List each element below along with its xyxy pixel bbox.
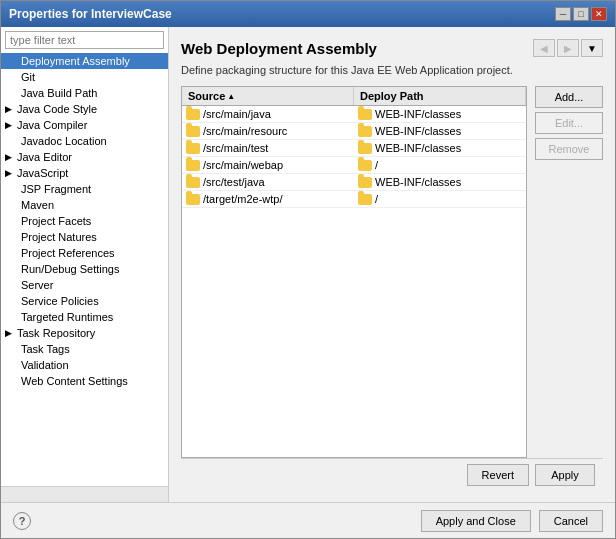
nav-back-button[interactable]: ◀ — [533, 39, 555, 57]
sidebar-item[interactable]: Git — [1, 69, 168, 85]
source-value: /src/main/resourc — [203, 125, 287, 137]
title-bar: Properties for InterviewCase ─ □ ✕ — [1, 1, 615, 27]
nav-forward-button[interactable]: ▶ — [557, 39, 579, 57]
edit-button[interactable]: Edit... — [535, 112, 603, 134]
folder-icon — [358, 143, 372, 154]
main-panel: Web Deployment Assembly ◀ ▶ ▼ Define pac… — [169, 27, 615, 502]
add-button[interactable]: Add... — [535, 86, 603, 108]
folder-icon — [358, 109, 372, 120]
folder-icon — [358, 160, 372, 171]
filter-input[interactable] — [5, 31, 164, 49]
deploy-path-cell: WEB-INF/classes — [354, 106, 526, 122]
source-column-header: Source ▲ — [182, 87, 354, 105]
folder-icon — [358, 126, 372, 137]
deploy-path-cell: / — [354, 191, 526, 207]
sidebar-item[interactable]: ▶JavaScript — [1, 165, 168, 181]
deploy-path-value: WEB-INF/classes — [375, 125, 461, 137]
sidebar-item[interactable]: Project Natures — [1, 229, 168, 245]
folder-icon — [358, 177, 372, 188]
sidebar-item-label: Web Content Settings — [21, 375, 128, 387]
sidebar-item[interactable]: ▶Java Code Style — [1, 101, 168, 117]
action-buttons: Add... Edit... Remove — [535, 86, 603, 458]
table-body: /src/main/javaWEB-INF/classes/src/main/r… — [182, 106, 526, 457]
source-cell: /src/main/test — [182, 140, 354, 156]
table-row[interactable]: /src/test/javaWEB-INF/classes — [182, 174, 526, 191]
sidebar-item-label: Project Facets — [21, 215, 91, 227]
sidebar-item[interactable]: Server — [1, 277, 168, 293]
sidebar-item[interactable]: ▶Java Editor — [1, 149, 168, 165]
source-value: /src/main/test — [203, 142, 268, 154]
sidebar: Deployment AssemblyGitJava Build Path▶Ja… — [1, 27, 169, 502]
sidebar-item-label: Project Natures — [21, 231, 97, 243]
sidebar-item[interactable]: Targeted Runtimes — [1, 309, 168, 325]
folder-icon — [186, 109, 200, 120]
sidebar-item-label: Targeted Runtimes — [21, 311, 113, 323]
maximize-button[interactable]: □ — [573, 7, 589, 21]
sidebar-item-label: Validation — [21, 359, 69, 371]
nav-dropdown-button[interactable]: ▼ — [581, 39, 603, 57]
sidebar-item[interactable]: Java Build Path — [1, 85, 168, 101]
deploy-path-value: WEB-INF/classes — [375, 142, 461, 154]
source-cell: /src/test/java — [182, 174, 354, 190]
sidebar-item[interactable]: Web Content Settings — [1, 373, 168, 389]
table-row[interactable]: /src/main/resourcWEB-INF/classes — [182, 123, 526, 140]
deploy-path-value: / — [375, 159, 378, 171]
sidebar-item[interactable]: Run/Debug Settings — [1, 261, 168, 277]
expand-arrow-icon: ▶ — [5, 120, 15, 130]
cancel-button[interactable]: Cancel — [539, 510, 603, 532]
sidebar-hscroll — [1, 487, 168, 502]
sidebar-bottom — [1, 486, 168, 502]
sidebar-item-label: Javadoc Location — [21, 135, 107, 147]
table-area: Source ▲ Deploy Path /src/main/javaWEB-I… — [181, 86, 603, 458]
help-button[interactable]: ? — [13, 512, 31, 530]
table-row[interactable]: /src/main/testWEB-INF/classes — [182, 140, 526, 157]
footer-bar: ? Apply and Close Cancel — [1, 502, 615, 538]
folder-icon — [186, 177, 200, 188]
sidebar-item[interactable]: Javadoc Location — [1, 133, 168, 149]
panel-description: Define packaging structure for this Java… — [181, 63, 603, 78]
sidebar-item-label: Java Build Path — [21, 87, 97, 99]
sidebar-item[interactable]: Project Facets — [1, 213, 168, 229]
source-value: /src/main/webap — [203, 159, 283, 171]
deploy-path-cell: WEB-INF/classes — [354, 174, 526, 190]
sidebar-item-label: JSP Fragment — [21, 183, 91, 195]
table-row[interactable]: /target/m2e-wtp// — [182, 191, 526, 208]
sidebar-item[interactable]: Deployment Assembly — [1, 53, 168, 69]
deploy-path-value: WEB-INF/classes — [375, 108, 461, 120]
sidebar-item[interactable]: Service Policies — [1, 293, 168, 309]
sidebar-item-label: Task Tags — [21, 343, 70, 355]
minimize-button[interactable]: ─ — [555, 7, 571, 21]
remove-button[interactable]: Remove — [535, 138, 603, 160]
deploy-path-cell: / — [354, 157, 526, 173]
nav-controls: ◀ ▶ ▼ — [533, 39, 603, 57]
sidebar-item-label: Git — [21, 71, 35, 83]
sidebar-list: Deployment AssemblyGitJava Build Path▶Ja… — [1, 53, 168, 486]
sidebar-item[interactable]: ▶Java Compiler — [1, 117, 168, 133]
sidebar-item-label: Server — [21, 279, 53, 291]
source-cell: /src/main/java — [182, 106, 354, 122]
deploy-path-value: / — [375, 193, 378, 205]
sidebar-item[interactable]: Project References — [1, 245, 168, 261]
expand-arrow-icon: ▶ — [5, 152, 15, 162]
source-cell: /src/main/webap — [182, 157, 354, 173]
source-cell: /target/m2e-wtp/ — [182, 191, 354, 207]
folder-icon — [186, 126, 200, 137]
content-area: Deployment AssemblyGitJava Build Path▶Ja… — [1, 27, 615, 502]
sidebar-item[interactable]: Validation — [1, 357, 168, 373]
table-row[interactable]: /src/main/javaWEB-INF/classes — [182, 106, 526, 123]
table-row[interactable]: /src/main/webap/ — [182, 157, 526, 174]
folder-icon — [186, 143, 200, 154]
sidebar-item[interactable]: ▶Task Repository — [1, 325, 168, 341]
expand-arrow-icon: ▶ — [5, 104, 15, 114]
apply-button[interactable]: Apply — [535, 464, 595, 486]
sidebar-item-label: JavaScript — [17, 167, 68, 179]
apply-and-close-button[interactable]: Apply and Close — [421, 510, 531, 532]
revert-button[interactable]: Revert — [467, 464, 529, 486]
sidebar-item-label: Run/Debug Settings — [21, 263, 119, 275]
deploy-path-value: WEB-INF/classes — [375, 176, 461, 188]
sidebar-item-label: Java Compiler — [17, 119, 87, 131]
sidebar-item[interactable]: JSP Fragment — [1, 181, 168, 197]
sidebar-item[interactable]: Maven — [1, 197, 168, 213]
close-button[interactable]: ✕ — [591, 7, 607, 21]
sidebar-item[interactable]: Task Tags — [1, 341, 168, 357]
